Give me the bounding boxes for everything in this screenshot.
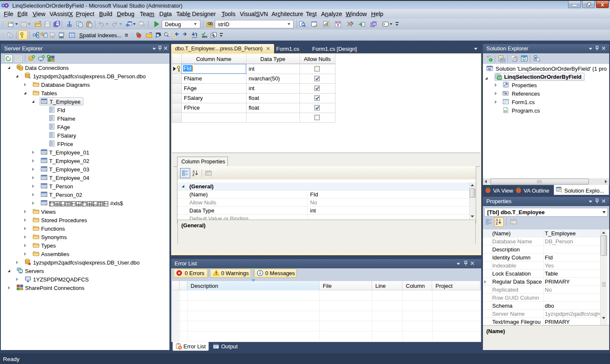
svg-text:abc: abc [202,35,208,39]
svg-text:XML: XML [59,36,64,39]
svg-text:AB: AB [51,36,54,38]
